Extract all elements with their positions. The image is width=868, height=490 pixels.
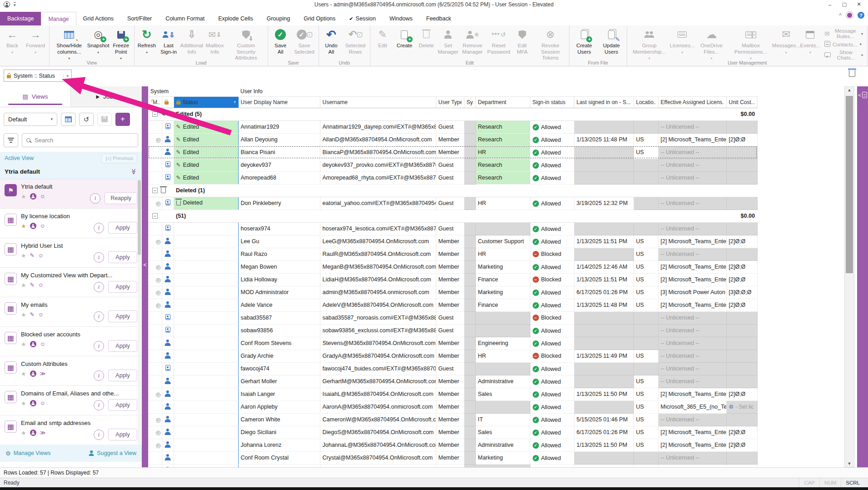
column-header-displayname[interactable]: User Display Name bbox=[238, 96, 320, 108]
view-item-blocked-user-accounts[interactable]: ▦Blocked user accounts★☺iApply bbox=[0, 327, 142, 356]
apply-button[interactable]: Apply bbox=[108, 429, 137, 440]
view-item-custom-attributes[interactable]: ▦Custom Attributes★≫iApply bbox=[0, 356, 142, 386]
collapse-section-icon[interactable]: ≫ bbox=[131, 169, 138, 175]
favorite-star-icon[interactable]: ★ bbox=[21, 253, 26, 259]
tab-manage[interactable]: Manage bbox=[41, 12, 76, 25]
ribbon-button-messages[interactable]: ✉Messages...▾ bbox=[773, 26, 799, 56]
group-row[interactable]: −(51)$0.00 bbox=[148, 210, 757, 222]
user-row-mod-administrator[interactable]: ◎MOD Administratoradmin@M365x88704954.on… bbox=[148, 286, 757, 299]
scroll-down-icon[interactable]: ▼ bbox=[845, 461, 854, 466]
user-row-sobaw93856[interactable]: sobaw93856sobaw93856_exclussi.com#EXT#@M… bbox=[148, 324, 757, 337]
apply-button[interactable]: Apply bbox=[108, 251, 137, 263]
ribbon-button-forward[interactable]: →Forward▾ bbox=[24, 26, 47, 56]
apply-button[interactable]: Apply bbox=[108, 370, 137, 381]
tab-grouping[interactable]: Grouping bbox=[260, 12, 297, 25]
user-row-fawocoj474[interactable]: fawocoj474fawocoj474_buides.com#EXT#@M36… bbox=[148, 362, 757, 375]
suggest-view-link[interactable]: Suggest a View bbox=[89, 450, 136, 456]
user-row-megan-bowen[interactable]: ◎Megan BowenMeganB@M365x88704954.OnMicro… bbox=[148, 260, 757, 273]
ribbon-button-reset-password[interactable]: ***↺Reset Password bbox=[487, 26, 511, 56]
column-header-signin[interactable]: Sign-in status bbox=[530, 96, 574, 108]
favorite-star-icon[interactable]: ★ bbox=[21, 312, 26, 318]
ribbon-button-show-chats[interactable]: Show Chats...▾ bbox=[824, 50, 863, 60]
ribbon-button-back[interactable]: ←Back▾ bbox=[2, 26, 23, 56]
user-row-amorepead68[interactable]: ✎EditedAmorepead68Amorepead68_rhyta.com#… bbox=[148, 171, 757, 184]
column-header-status[interactable]: Status▾ bbox=[174, 96, 238, 108]
user-row-gerhart-moller[interactable]: Gerhart MollerGerhartM@M365x88704954.OnM… bbox=[148, 375, 757, 388]
ribbon-button-undo-all[interactable]: ↶Undo All bbox=[321, 26, 342, 56]
apply-button[interactable]: Apply bbox=[108, 340, 137, 352]
apply-button[interactable]: Apply bbox=[108, 222, 137, 234]
reapply-button[interactable]: Reapply bbox=[105, 192, 137, 204]
tab-session[interactable]: ✔Session bbox=[342, 12, 383, 25]
view-info-button[interactable]: i bbox=[94, 430, 104, 440]
ribbon-button-onedrive-files[interactable]: ☁OneDrive Files...▾ bbox=[695, 26, 728, 62]
user-row-sabad35587[interactable]: sabad35587sabad35587_noroasis.com#EXT#@M… bbox=[148, 311, 757, 324]
view-item-ytria-default[interactable]: ⚑Ytria default★☺iReapply bbox=[0, 179, 142, 209]
user-row-don-pinkleberry[interactable]: ◎DeletedDon Pinkleberryeatorial_yahoo.co… bbox=[148, 197, 757, 210]
edit-columns-button[interactable] bbox=[61, 113, 75, 126]
close-button[interactable]: ✕ bbox=[852, 0, 866, 9]
user-row-annatimar1929[interactable]: ✎EditedAnnatimar1929Annatimar1929_dayrep… bbox=[148, 120, 757, 133]
user-row-aaron-appleby[interactable]: Aaron ApplebyAaronA@M365x88704954.onmicr… bbox=[148, 400, 757, 413]
collapse-ribbon-icon[interactable]: ^ bbox=[839, 12, 842, 19]
user-row-isaiah-langer[interactable]: ◎Isaiah LangerIsaiahL@M365x88704954.OnMi… bbox=[148, 388, 757, 400]
column-header-department[interactable]: Department bbox=[475, 96, 530, 108]
ribbon-button-mailbox-info[interactable]: ✉⇩Mailbox Info bbox=[205, 26, 225, 56]
tab-windows[interactable]: Windows bbox=[383, 12, 419, 25]
tab-explode-cells[interactable]: Explode Cells bbox=[211, 12, 259, 25]
tab-grid-options[interactable]: Grid Options bbox=[297, 12, 342, 25]
view-info-button[interactable]: i bbox=[94, 282, 104, 292]
ribbon-button-contacts[interactable]: Contacts...▾ bbox=[824, 41, 863, 48]
favorite-star-icon[interactable]: ★ bbox=[21, 223, 26, 229]
collapse-group-icon[interactable]: − bbox=[152, 188, 158, 193]
tab-views[interactable]: ▤ Views bbox=[0, 86, 71, 107]
maximize-button[interactable]: ▢ bbox=[837, 0, 852, 9]
view-list-scrollbar[interactable] bbox=[138, 179, 141, 445]
user-row-conf-room-stevens[interactable]: Conf Room StevensStevens@M365x88704954.O… bbox=[148, 337, 757, 350]
column-header-unitcost[interactable]: Unit Cost... bbox=[726, 96, 757, 108]
scroll-up-icon[interactable]: ▲ bbox=[845, 88, 854, 92]
clear-grid-trash-icon[interactable] bbox=[849, 70, 855, 79]
tab-jobs[interactable]: ▶ Jobs bbox=[71, 86, 142, 107]
view-info-button[interactable]: i bbox=[94, 341, 104, 351]
user-row-conf-room-crystal[interactable]: Conf Room CrystalCrystal@M365x88704954.O… bbox=[148, 451, 757, 464]
ribbon-button-create-users[interactable]: +Create Users bbox=[571, 26, 597, 56]
group-row[interactable]: −Deleted (1) bbox=[148, 184, 757, 197]
view-item-my-customized-view-with-depart[interactable]: ▦My Customized View with Depart...★✎☺iAp… bbox=[0, 268, 142, 297]
ribbon-button-edit[interactable]: ✎Edit bbox=[372, 26, 393, 50]
ribbon-button-group-membership[interactable]: Group Membership...▾ bbox=[629, 26, 670, 62]
scrollbar-thumb[interactable] bbox=[846, 96, 853, 273]
ribbon-button-edit-mfa[interactable]: Edit MFA bbox=[512, 26, 533, 56]
view-info-button[interactable]: i bbox=[94, 223, 104, 233]
add-view-button[interactable]: + bbox=[115, 113, 130, 126]
expand-right-panel-handle[interactable]: < bbox=[857, 92, 868, 98]
tab-column-format[interactable]: Column Format bbox=[159, 12, 211, 25]
column-header-license[interactable]: Effective Assigned Licens... bbox=[658, 96, 726, 108]
ribbon-button-events[interactable]: Events...▾ bbox=[800, 26, 821, 56]
user-row-lidia-holloway[interactable]: ◎Lidia HollowayLidiaH@M365x88704954.OnMi… bbox=[148, 273, 757, 286]
minimize-button[interactable]: – bbox=[823, 0, 837, 9]
user-row-grady-archie[interactable]: Grady ArchieGradyA@M365x88704954.OnMicro… bbox=[148, 350, 757, 362]
apply-button[interactable]: Apply bbox=[108, 281, 137, 293]
column-header-lastsignedin[interactable]: Last signed in on - S... bbox=[574, 96, 634, 108]
help-icon[interactable]: ? bbox=[858, 12, 864, 19]
tab-backstage[interactable]: Backstage bbox=[0, 12, 41, 25]
user-row-lee-gu[interactable]: ◎Lee GuLeeG@M365x88704954.OnMicrosoft.co… bbox=[148, 235, 757, 248]
user-row-raul-razo[interactable]: Raul RazoRaulR@M365x88704954.OnMicrosoft… bbox=[148, 248, 757, 260]
view-item-hybrid-user-list[interactable]: ▦Hybrid User List★✎☺iApply bbox=[0, 238, 142, 268]
user-row-deyokev937[interactable]: ✎Editeddeyokev937deyokev937_provko.com#E… bbox=[148, 159, 757, 171]
favorite-star-icon[interactable]: ★ bbox=[21, 341, 26, 347]
filter-button[interactable] bbox=[4, 133, 18, 147]
view-info-button[interactable]: i bbox=[90, 193, 100, 204]
favorite-star-icon[interactable]: ★ bbox=[21, 282, 26, 288]
ribbon-button-save-selected[interactable]: ✓✓Save Selected bbox=[292, 26, 317, 56]
ribbon-button-show-hide-columns[interactable]: ◔Show/Hide columns...▾ bbox=[51, 26, 87, 62]
grid-vertical-scrollbar[interactable]: ▲ ▼ bbox=[844, 86, 854, 467]
view-info-button[interactable]: i bbox=[94, 311, 104, 322]
tab-grid-actions[interactable]: Grid Actions bbox=[76, 12, 120, 25]
brand-dot-icon[interactable] bbox=[847, 13, 852, 18]
column-header-sync[interactable]: Sy... bbox=[464, 96, 475, 108]
ribbon-button-last-sign-in[interactable]: ⇩Last Sign-in bbox=[158, 26, 179, 56]
user-row-diego-siciliani[interactable]: ◎Diego SicilianiDiegoS@M365x88704954.OnM… bbox=[148, 426, 757, 439]
favorite-star-icon[interactable]: ★ bbox=[21, 371, 26, 377]
